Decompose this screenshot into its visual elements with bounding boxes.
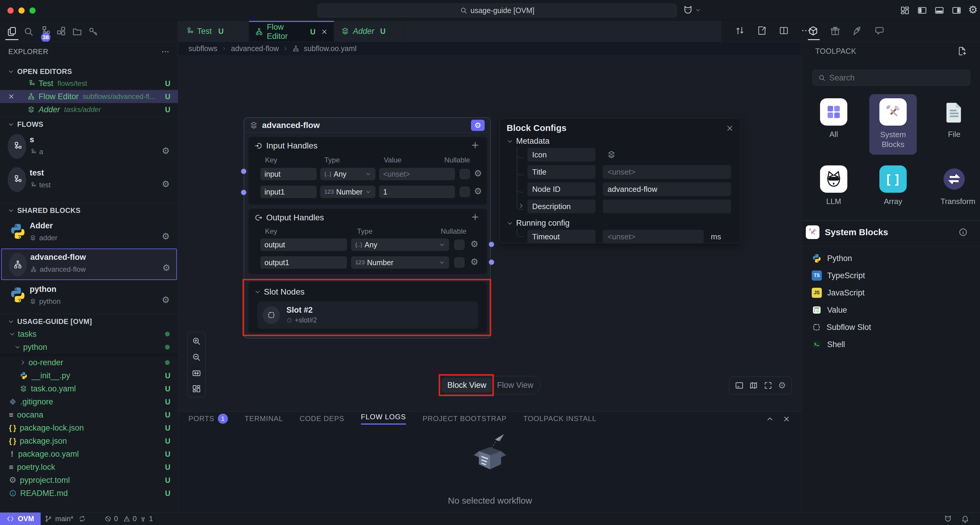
section-open-editors[interactable]: OPEN EDITORS <box>0 67 178 76</box>
metadata-group-header[interactable]: Metadata <box>507 137 550 146</box>
node-id-field-input[interactable]: advanced-flow <box>603 182 731 196</box>
input-handle-dot[interactable] <box>241 190 247 195</box>
blocks-activity-icon[interactable] <box>56 26 67 37</box>
close-icon[interactable] <box>321 28 328 35</box>
shared-block-item-selected[interactable]: advanced-flow advanced-flow <box>1 249 177 280</box>
category-transform[interactable]: Transform <box>940 165 968 206</box>
output-type-select[interactable]: {..} Any <box>351 238 449 251</box>
export-file-icon[interactable] <box>757 26 767 36</box>
block-item-subflow-slot[interactable]: Subflow Slot <box>802 319 980 336</box>
input-handle-dot[interactable] <box>241 169 247 174</box>
tree-folder-tasks[interactable]: tasks <box>0 327 178 341</box>
toolpack-search[interactable] <box>812 70 970 86</box>
input-value-field[interactable]: <unset> <box>379 168 455 180</box>
node-id-field-label[interactable]: Node ID <box>527 182 596 196</box>
tree-file-package-json[interactable]: { } package.json U <box>0 434 178 447</box>
shared-block-item[interactable]: python python <box>0 281 178 311</box>
timeout-field-label[interactable]: Timeout <box>527 230 596 244</box>
icon-field-label[interactable]: Icon <box>527 148 596 161</box>
tab-adder[interactable]: Adder U <box>334 21 404 41</box>
feedback-tab-icon[interactable] <box>874 26 885 36</box>
flow-list-item[interactable]: test test <box>0 164 178 195</box>
description-field-label[interactable]: Description <box>527 199 596 213</box>
traffic-close-button[interactable] <box>8 7 14 14</box>
console-icon[interactable] <box>735 381 744 390</box>
running-config-group-header[interactable]: Running config <box>507 219 570 228</box>
rocket-tab-icon[interactable] <box>852 26 862 36</box>
toggle-secondary-sidebar-button[interactable] <box>951 5 962 16</box>
input-key-field[interactable]: input1 <box>260 185 317 198</box>
category-llm[interactable]: LLM <box>820 165 847 206</box>
output-nullable-checkbox[interactable] <box>454 257 465 268</box>
new-toolpack-icon[interactable] <box>957 46 967 56</box>
remote-indicator[interactable]: OVM <box>0 512 41 525</box>
fit-view-icon[interactable] <box>192 369 201 378</box>
description-field-input[interactable] <box>603 199 731 213</box>
input-row-settings[interactable] <box>474 187 482 196</box>
secrets-activity-icon[interactable] <box>88 26 99 37</box>
block-item-value[interactable]: Value <box>802 302 980 319</box>
ports-status[interactable]: 1 <box>140 512 153 525</box>
block-item-javascript[interactable]: JavaScript <box>802 284 980 302</box>
search-activity-icon[interactable] <box>23 26 34 37</box>
item-settings-button[interactable] <box>162 147 170 155</box>
breadcrumb-flow[interactable]: advanced-flow <box>231 44 279 53</box>
explorer-more-icon[interactable] <box>161 47 170 56</box>
block-item-shell[interactable]: Shell <box>802 336 980 353</box>
panel-tab-terminal[interactable]: TERMINAL <box>245 415 283 423</box>
item-settings-button[interactable] <box>162 295 170 304</box>
category-file[interactable]: File <box>940 98 968 139</box>
output-row-settings[interactable] <box>471 239 479 249</box>
traffic-minimize-button[interactable] <box>18 7 25 14</box>
toggle-panel-button[interactable] <box>934 5 944 16</box>
account-menu[interactable] <box>682 5 701 16</box>
breadcrumb-file[interactable]: subflow.oo.yaml <box>304 44 356 53</box>
tab-flow-editor[interactable]: Flow Editor U <box>249 21 334 41</box>
input-key-field[interactable]: input <box>260 168 317 180</box>
category-array[interactable]: Array <box>880 165 907 206</box>
layout-grid-button[interactable] <box>900 5 910 16</box>
add-input-button[interactable] <box>471 140 480 150</box>
close-icon[interactable] <box>8 93 19 100</box>
fullscreen-icon[interactable] <box>764 381 773 390</box>
item-settings-button[interactable] <box>162 180 170 188</box>
breadcrumb-subflows[interactable]: subflows <box>188 44 217 53</box>
input-type-select[interactable]: {..} Any <box>320 168 375 180</box>
flow-canvas[interactable]: advanced-flow Input Handles Key Type Val… <box>178 55 801 411</box>
output-type-select[interactable]: 123 Number <box>351 256 449 269</box>
output-key-field[interactable]: output <box>260 238 347 251</box>
item-settings-button[interactable] <box>162 263 170 272</box>
tree-file-gitignore[interactable]: .gitignore U <box>0 395 178 408</box>
traffic-zoom-button[interactable] <box>29 7 36 14</box>
split-editor-icon[interactable] <box>779 26 789 36</box>
explorer-activity-icon[interactable] <box>6 26 17 37</box>
node-header[interactable]: advanced-flow <box>244 118 490 133</box>
panel-maximize-icon[interactable] <box>766 415 774 423</box>
category-system-blocks[interactable]: System Blocks <box>880 98 907 149</box>
description-expand-chevron[interactable] <box>518 203 524 209</box>
flow-view-button[interactable]: Flow View <box>492 381 539 390</box>
sync-icon[interactable] <box>79 515 86 522</box>
tree-file-poetry-lock[interactable]: ≡ poetry.lock U <box>0 461 178 474</box>
panel-tab-project-bootstrap[interactable]: PROJECT BOOTSTRAP <box>423 415 507 423</box>
flow-list-item[interactable]: s a <box>0 131 178 162</box>
icon-value[interactable] <box>607 150 616 159</box>
info-icon[interactable] <box>958 227 968 237</box>
input-row-settings[interactable] <box>474 169 482 178</box>
zoom-in-icon[interactable] <box>192 337 201 346</box>
node-settings-button[interactable] <box>471 120 485 131</box>
tree-file-readme[interactable]: README.md U <box>0 487 178 500</box>
output-nullable-checkbox[interactable] <box>454 239 465 250</box>
output-key-field[interactable]: output1 <box>260 256 347 269</box>
gift-tab-icon[interactable] <box>830 26 840 36</box>
notifications-bell-icon[interactable] <box>961 515 969 523</box>
compare-changes-icon[interactable] <box>735 26 745 36</box>
output-handle-dot[interactable] <box>489 260 494 265</box>
toolpack-tab-icon[interactable] <box>808 26 819 36</box>
input-nullable-checkbox[interactable] <box>460 187 470 197</box>
input-type-select[interactable]: 123 Number <box>320 185 375 198</box>
open-editor-item[interactable]: Adder tasks/adder U <box>0 103 178 116</box>
item-settings-button[interactable] <box>162 232 170 241</box>
panel-tab-flow-logs[interactable]: FLOW LOGS <box>361 413 406 424</box>
tree-file-task-yaml[interactable]: task.oo.yaml U <box>0 382 178 395</box>
